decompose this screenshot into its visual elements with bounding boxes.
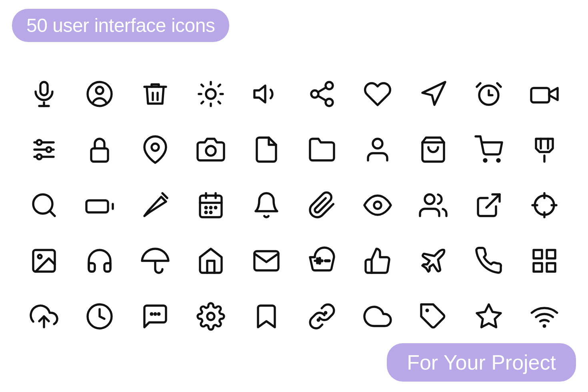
sun-icon (183, 66, 238, 122)
svg-rect-71 (534, 263, 542, 272)
battery-icon (72, 177, 127, 233)
settings-icon (183, 288, 238, 344)
speaker-icon (238, 66, 294, 122)
wifi-icon (516, 288, 572, 344)
svg-line-9 (218, 102, 220, 103)
svg-marker-25 (549, 88, 558, 100)
calendar-icon (183, 177, 238, 233)
svg-point-57 (425, 194, 434, 204)
svg-point-29 (37, 140, 42, 145)
star-icon (461, 288, 516, 344)
video-camera-icon (516, 66, 572, 122)
svg-point-65 (38, 255, 42, 258)
footer-text: For Your Project (407, 351, 556, 374)
heart-icon (350, 66, 405, 122)
document-icon (238, 122, 294, 177)
shopping-bag-icon (405, 122, 461, 177)
chat-icon (127, 288, 183, 344)
svg-point-37 (484, 159, 486, 162)
svg-rect-72 (547, 263, 555, 272)
eye-icon (350, 177, 405, 233)
broken-link-icon (294, 288, 350, 344)
svg-point-5 (206, 89, 216, 99)
paperclip-icon (294, 177, 350, 233)
tag-icon (405, 288, 461, 344)
mail-icon (238, 233, 294, 288)
navigation-icon (405, 66, 461, 122)
lock-icon (72, 122, 127, 177)
svg-marker-82 (477, 304, 501, 327)
image-icon (16, 233, 72, 288)
svg-line-19 (318, 87, 326, 92)
headphones-icon (72, 233, 127, 288)
trash-icon (127, 66, 183, 122)
svg-point-30 (46, 147, 51, 152)
phone-icon (461, 233, 516, 288)
svg-line-12 (201, 102, 203, 103)
microphone-icon (16, 66, 72, 122)
user-circle-icon (72, 66, 127, 122)
svg-line-23 (497, 83, 501, 87)
svg-rect-32 (91, 148, 108, 162)
svg-point-56 (374, 202, 381, 209)
alarm-clock-icon (461, 66, 516, 122)
title-badge: 50 user interface icons (12, 9, 229, 42)
share-icon (294, 66, 350, 122)
svg-line-43 (49, 210, 54, 216)
svg-marker-14 (254, 86, 265, 102)
svg-point-34 (206, 146, 216, 156)
clock-icon (72, 288, 127, 344)
cart-icon (461, 122, 516, 177)
svg-point-31 (37, 154, 42, 159)
bell-icon (238, 177, 294, 233)
svg-point-38 (497, 159, 500, 162)
svg-line-18 (318, 96, 326, 100)
grid-icon (516, 233, 572, 288)
footer-badge: For Your Project (387, 343, 576, 382)
sliders-icon (16, 122, 72, 177)
bookmark-icon (238, 288, 294, 344)
folder-icon (294, 122, 350, 177)
svg-rect-69 (534, 250, 542, 258)
cloud-upload-icon (16, 288, 72, 344)
gamepad-icon (294, 233, 350, 288)
svg-point-33 (152, 144, 159, 151)
svg-line-58 (486, 194, 500, 208)
svg-point-4 (96, 87, 103, 94)
umbrella-icon (127, 233, 183, 288)
cloud-icon (350, 288, 405, 344)
map-pin-icon (127, 122, 183, 177)
svg-line-8 (201, 84, 203, 86)
external-link-icon (461, 177, 516, 233)
svg-marker-20 (422, 82, 445, 105)
camera-icon (183, 122, 238, 177)
svg-point-78 (207, 313, 214, 320)
thumbs-up-icon (350, 233, 405, 288)
svg-line-13 (218, 84, 220, 86)
svg-line-22 (477, 83, 480, 87)
svg-rect-70 (547, 250, 555, 258)
airplane-icon (405, 233, 461, 288)
svg-rect-24 (531, 88, 549, 102)
icons-grid (0, 62, 588, 348)
svg-point-35 (373, 139, 382, 148)
title-text: 50 user interface icons (26, 15, 215, 36)
home-icon (183, 233, 238, 288)
search-icon (16, 177, 72, 233)
pencil-icon (127, 177, 183, 233)
svg-rect-44 (86, 200, 108, 212)
crosshair-icon (516, 177, 572, 233)
svg-rect-0 (40, 82, 48, 95)
pin-icon (516, 122, 572, 177)
person-icon (350, 122, 405, 177)
users-icon (405, 177, 461, 233)
